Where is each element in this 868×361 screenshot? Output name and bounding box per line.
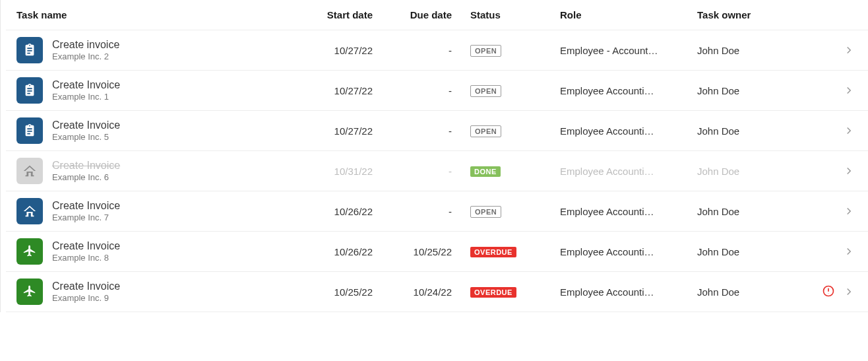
- header-task-name: Task name: [16, 9, 294, 20]
- chevron-right-icon[interactable]: [843, 286, 855, 298]
- house-icon: [16, 198, 43, 224]
- due-date: -: [373, 45, 452, 56]
- task-subtitle: Example Inc. 7: [52, 213, 120, 223]
- task-owner: John Doe: [679, 286, 809, 298]
- house-icon: [16, 158, 43, 184]
- task-owner: John Doe: [679, 246, 809, 257]
- chevron-right-icon[interactable]: [843, 44, 855, 56]
- task-title: Create invoice: [52, 38, 119, 51]
- task-owner: John Doe: [679, 166, 809, 177]
- status-badge: OVERDUE: [470, 287, 516, 298]
- chevron-right-icon[interactable]: [843, 165, 855, 177]
- task-subtitle: Example Inc. 1: [52, 92, 120, 102]
- role: Employee Accounti…: [549, 85, 679, 96]
- task-title: Create Invoice: [52, 280, 120, 292]
- table-row[interactable]: Create InvoiceExample Inc. 110/27/22-OPE…: [6, 71, 868, 111]
- plane-icon: [16, 238, 43, 265]
- clipboard-icon: [16, 117, 43, 144]
- role: Employee Accounti…: [549, 125, 679, 137]
- task-subtitle: Example Inc. 6: [52, 172, 120, 183]
- due-date: -: [373, 85, 452, 96]
- table-row[interactable]: Create InvoiceExample Inc. 610/31/22-DON…: [6, 151, 868, 191]
- task-title: Create Invoice: [52, 119, 120, 131]
- table-row[interactable]: Create InvoiceExample Inc. 810/26/2210/2…: [6, 232, 868, 272]
- role: Employee Accounti…: [549, 166, 679, 177]
- task-subtitle: Example Inc. 8: [52, 253, 120, 263]
- status-badge: OPEN: [470, 125, 501, 137]
- header-task-owner: Task owner: [679, 9, 809, 20]
- due-date: -: [373, 125, 452, 137]
- start-date: 10/27/22: [294, 45, 373, 56]
- task-subtitle: Example Inc. 5: [52, 132, 120, 143]
- plane-icon: [16, 279, 43, 305]
- role: Employee Accounti…: [549, 206, 679, 217]
- task-subtitle: Example Inc. 2: [52, 51, 119, 62]
- start-date: 10/26/22: [294, 246, 373, 257]
- chevron-right-icon[interactable]: [843, 205, 855, 217]
- task-owner: John Doe: [679, 85, 809, 96]
- start-date: 10/31/22: [294, 166, 373, 177]
- role: Employee Accounti…: [549, 286, 679, 298]
- due-date: -: [373, 206, 452, 217]
- header-due-date: Due date: [373, 9, 452, 20]
- status-badge: OPEN: [470, 45, 501, 57]
- alert-icon: [822, 284, 835, 300]
- due-date: 10/25/22: [373, 246, 452, 257]
- due-date: -: [373, 166, 452, 177]
- start-date: 10/27/22: [294, 125, 373, 137]
- table-row[interactable]: Create InvoiceExample Inc. 910/25/2210/2…: [6, 272, 868, 312]
- status-badge: OPEN: [470, 85, 501, 97]
- table-header-row: Task name Start date Due date Status Rol…: [6, 0, 868, 30]
- status-badge: DONE: [470, 166, 501, 177]
- due-date: 10/24/22: [373, 286, 452, 298]
- clipboard-icon: [16, 37, 43, 63]
- status-badge: OVERDUE: [470, 247, 516, 257]
- start-date: 10/26/22: [294, 206, 373, 217]
- task-title: Create Invoice: [52, 240, 120, 252]
- start-date: 10/25/22: [294, 286, 373, 298]
- start-date: 10/27/22: [294, 85, 373, 96]
- task-title: Create Invoice: [52, 199, 120, 212]
- role: Employee - Account…: [549, 45, 679, 56]
- header-start-date: Start date: [294, 9, 373, 20]
- chevron-right-icon[interactable]: [843, 246, 855, 257]
- chevron-right-icon[interactable]: [843, 84, 855, 96]
- task-subtitle: Example Inc. 9: [52, 293, 120, 304]
- task-title: Create Invoice: [52, 79, 120, 91]
- status-badge: OPEN: [470, 206, 501, 218]
- table-row[interactable]: Create InvoiceExample Inc. 710/26/22-OPE…: [6, 191, 868, 232]
- header-role: Role: [549, 9, 679, 20]
- task-owner: John Doe: [679, 206, 809, 217]
- task-owner: John Doe: [679, 125, 809, 137]
- table-row[interactable]: Create InvoiceExample Inc. 510/27/22-OPE…: [6, 111, 868, 151]
- header-status: Status: [452, 9, 549, 20]
- task-title: Create Invoice: [52, 159, 120, 172]
- role: Employee Accounti…: [549, 246, 679, 257]
- chevron-right-icon[interactable]: [843, 125, 855, 137]
- clipboard-icon: [16, 77, 43, 104]
- task-owner: John Doe: [679, 45, 809, 56]
- table-row[interactable]: Create invoiceExample Inc. 210/27/22-OPE…: [6, 30, 868, 71]
